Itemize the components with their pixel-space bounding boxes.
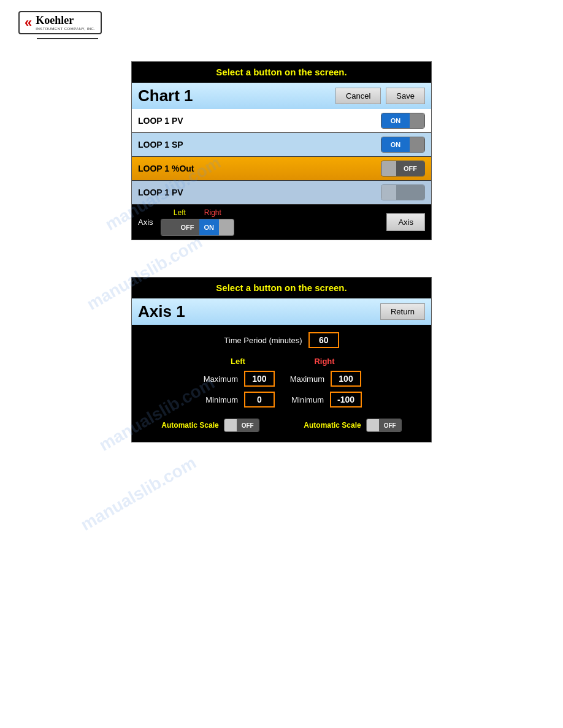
toggle-handle-right bbox=[367, 419, 379, 431]
auto-scale-row: Automatic Scale OFF Automatic Scale OFF bbox=[139, 416, 424, 434]
right-auto-scale-label: Automatic Scale bbox=[304, 421, 361, 430]
loop-partial-row: LOOP 1 PV bbox=[132, 181, 431, 205]
axis-title: Axis 1 bbox=[138, 302, 375, 321]
axis-header-text: Select a button on the screen. bbox=[216, 282, 347, 293]
left-min-label: Minimum bbox=[201, 395, 238, 404]
loop-pctout-label: LOOP 1 %Out bbox=[138, 164, 381, 173]
header-underline bbox=[37, 38, 98, 39]
left-min-row: Minimum 0 bbox=[201, 392, 275, 408]
axis-text-label: Axis bbox=[138, 218, 153, 227]
toggle-off-label bbox=[396, 185, 424, 200]
lr-columns: Left Maximum 100 Minimum 0 Right Maximum bbox=[139, 357, 424, 408]
loop-pctout-row: LOOP 1 %Out OFF bbox=[132, 157, 431, 181]
loop-pv-label: LOOP 1 PV bbox=[138, 116, 381, 126]
chart-header-text: Select a button on the screen. bbox=[216, 67, 347, 77]
right-toggle-handle bbox=[219, 219, 234, 235]
toggle-handle bbox=[381, 161, 396, 176]
toggle-handle bbox=[410, 137, 424, 152]
right-toggle-on: ON bbox=[199, 219, 220, 235]
watermark-4: manualslib.com bbox=[77, 453, 199, 535]
axis-toggle-labels: Left Right bbox=[174, 208, 221, 217]
loop-sp-row: LOOP 1 SP ON bbox=[132, 133, 431, 157]
axis-toggle-group: Left Right OFF ON bbox=[161, 208, 235, 236]
header: « Koehler INSTRUMENT COMPANY, INC. bbox=[0, 0, 563, 49]
left-max-value[interactable]: 100 bbox=[244, 371, 275, 387]
right-min-value[interactable]: -100 bbox=[330, 392, 362, 408]
left-toggle-off: OFF bbox=[176, 219, 199, 235]
loop-sp-label: LOOP 1 SP bbox=[138, 140, 381, 150]
axis-body: Time Period (minutes) 60 Left Maximum 10… bbox=[132, 325, 431, 442]
logo-subtitle-text: INSTRUMENT COMPANY, INC. bbox=[36, 27, 95, 31]
right-column: Right Maximum 100 Minimum -100 bbox=[287, 357, 362, 408]
time-period-label: Time Period (minutes) bbox=[224, 336, 302, 345]
right-column-header: Right bbox=[314, 357, 334, 366]
right-max-value[interactable]: 100 bbox=[331, 371, 361, 387]
chart-panel-header: Select a button on the screen. bbox=[132, 62, 431, 83]
left-auto-scale-toggle[interactable]: OFF bbox=[224, 419, 259, 432]
axis-title-row: Axis 1 Return bbox=[132, 298, 431, 325]
time-period-value[interactable]: 60 bbox=[308, 332, 339, 348]
axis-row: Axis Left Right OFF ON Axis bbox=[132, 205, 431, 240]
axis-panel: Select a button on the screen. Axis 1 Re… bbox=[131, 277, 432, 442]
toggle-off-left: OFF bbox=[237, 419, 259, 431]
time-period-row: Time Period (minutes) 60 bbox=[139, 332, 424, 348]
chart-panel: Select a button on the screen. Chart 1 C… bbox=[131, 61, 432, 240]
left-column: Left Maximum 100 Minimum 0 bbox=[201, 357, 275, 408]
left-toggle-handle bbox=[161, 219, 176, 235]
right-max-label: Maximum bbox=[288, 374, 324, 384]
left-max-row: Maximum 100 bbox=[201, 371, 275, 387]
toggle-on-label: ON bbox=[381, 137, 410, 152]
right-auto-scale-toggle[interactable]: OFF bbox=[366, 419, 402, 432]
loop-partial-toggle[interactable] bbox=[381, 184, 425, 200]
right-min-row: Minimum -100 bbox=[287, 392, 362, 408]
axis-toggle-switch[interactable]: OFF ON bbox=[161, 219, 235, 236]
toggle-off-label: OFF bbox=[396, 161, 424, 176]
chart-title-row: Chart 1 Cancel Save bbox=[132, 83, 431, 109]
left-column-header: Left bbox=[231, 357, 245, 366]
logo-box: « Koehler INSTRUMENT COMPANY, INC. bbox=[18, 11, 102, 34]
loop-pv-toggle[interactable]: ON bbox=[381, 113, 425, 129]
logo-koehler-text: Koehler bbox=[36, 15, 95, 27]
toggle-handle bbox=[410, 113, 424, 128]
logo-arrows-icon: « bbox=[25, 16, 32, 29]
loop-pv-row: LOOP 1 PV ON bbox=[132, 109, 431, 133]
right-axis-label: Right bbox=[204, 208, 221, 217]
right-min-label: Minimum bbox=[287, 395, 324, 404]
left-axis-label: Left bbox=[174, 208, 186, 217]
right-max-row: Maximum 100 bbox=[288, 371, 361, 387]
main-content: Select a button on the screen. Chart 1 C… bbox=[0, 49, 563, 455]
loop-sp-toggle[interactable]: ON bbox=[381, 137, 425, 153]
left-max-label: Maximum bbox=[201, 374, 238, 384]
save-button[interactable]: Save bbox=[386, 88, 425, 104]
cancel-button[interactable]: Cancel bbox=[335, 88, 381, 104]
toggle-on-label: ON bbox=[381, 113, 410, 128]
loop-partial-label: LOOP 1 PV bbox=[138, 188, 381, 197]
left-auto-scale-label: Automatic Scale bbox=[161, 421, 218, 430]
return-button[interactable]: Return bbox=[380, 303, 425, 320]
left-auto-scale-group: Automatic Scale OFF bbox=[161, 419, 259, 432]
toggle-off-right: OFF bbox=[379, 419, 401, 431]
axis-button[interactable]: Axis bbox=[386, 213, 425, 231]
logo-container: « Koehler INSTRUMENT COMPANY, INC. bbox=[18, 11, 117, 34]
loop-pctout-toggle[interactable]: OFF bbox=[381, 161, 425, 176]
left-min-value[interactable]: 0 bbox=[244, 392, 275, 408]
logo-text-block: Koehler INSTRUMENT COMPANY, INC. bbox=[36, 15, 95, 31]
chart-title: Chart 1 bbox=[138, 86, 331, 105]
toggle-handle-left bbox=[224, 419, 237, 431]
axis-panel-header: Select a button on the screen. bbox=[132, 278, 431, 298]
right-auto-scale-group: Automatic Scale OFF bbox=[304, 419, 401, 432]
toggle-handle bbox=[381, 185, 396, 200]
